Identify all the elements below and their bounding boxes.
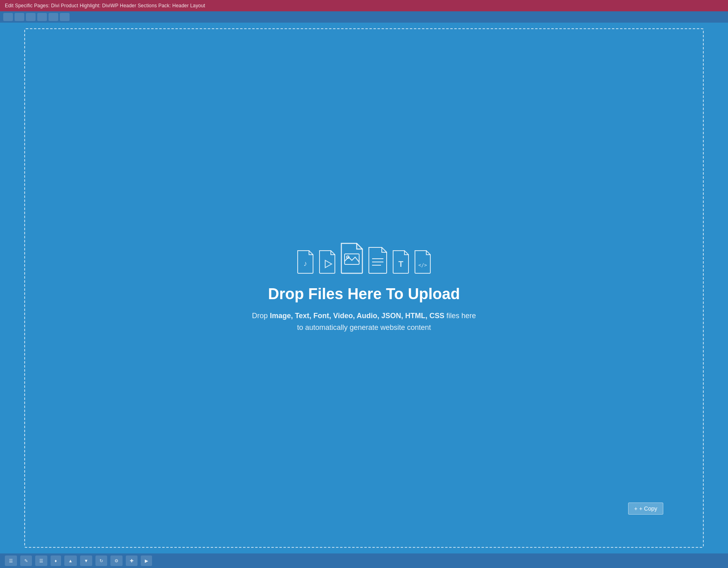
main-area: ♪ [0, 23, 728, 553]
file-icons-row: ♪ [295, 243, 433, 274]
drop-subtitle-suffix: files here [444, 312, 476, 320]
drop-subtitle-types: Image, Text, Font, Video, Audio, JSON, H… [270, 312, 444, 320]
toolbar-btn-3[interactable] [26, 13, 36, 21]
bottom-toolbar: ☰ ✎ ☰ ♦ ▲ ▼ ↻ ⚙ ✚ ▶ [0, 553, 728, 568]
copy-button[interactable]: + + Copy [628, 503, 663, 515]
drop-subtitle-prefix: Drop [252, 312, 270, 320]
svg-text:♪: ♪ [304, 260, 307, 268]
toolbar-btn-2[interactable] [15, 13, 24, 21]
bottom-btn-9[interactable]: ✚ [126, 555, 138, 566]
video-file-icon [317, 250, 337, 274]
code-file-icon: </> [413, 250, 433, 274]
bottom-btn-6[interactable]: ▼ [80, 555, 93, 566]
toolbar-btn-5[interactable] [49, 13, 58, 21]
top-bar-title: Edit Specific Pages: Divi Product Highli… [5, 3, 205, 8]
second-toolbar [0, 11, 728, 23]
drop-title: Drop Files Here To Upload [268, 285, 460, 303]
bottom-btn-7[interactable]: ↻ [95, 555, 107, 566]
svg-marker-1 [325, 260, 332, 268]
toolbar-btn-4[interactable] [37, 13, 47, 21]
text-file-icon [366, 247, 389, 274]
bottom-btn-8[interactable]: ⚙ [110, 555, 123, 566]
svg-text:</>: </> [418, 262, 427, 268]
svg-point-3 [347, 256, 349, 258]
font-file-icon: T [391, 250, 411, 274]
copy-icon: + [634, 505, 637, 512]
copy-label: + Copy [639, 505, 657, 512]
bottom-btn-2[interactable]: ✎ [20, 555, 32, 566]
audio-file-icon: ♪ [295, 250, 315, 274]
bottom-btn-10[interactable]: ▶ [141, 555, 152, 566]
svg-text:T: T [398, 260, 403, 268]
bottom-btn-5[interactable]: ▲ [64, 555, 77, 566]
bottom-btn-1[interactable]: ☰ [5, 555, 17, 566]
toolbar-btn-6[interactable] [60, 13, 70, 21]
drop-subtitle: Drop Image, Text, Font, Video, Audio, JS… [252, 310, 476, 334]
image-file-icon [339, 243, 365, 274]
drop-subtitle-line2: to automatically generate website conten… [297, 323, 431, 332]
bottom-btn-4[interactable]: ♦ [51, 555, 61, 566]
top-bar: Edit Specific Pages: Divi Product Highli… [0, 0, 728, 11]
drop-zone[interactable]: ♪ [24, 28, 704, 548]
toolbar-btn-1[interactable] [3, 13, 13, 21]
bottom-btn-3[interactable]: ☰ [35, 555, 47, 566]
